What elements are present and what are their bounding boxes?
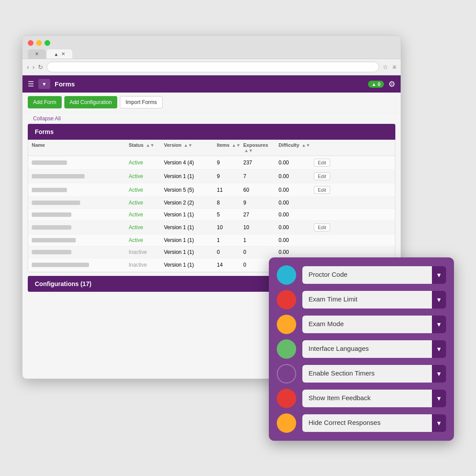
overlay-panel: Proctor Code ▼ Exam Time Limit ▼ Exam Mo… (269, 257, 454, 441)
add-configuration-button[interactable]: Add Configuration (64, 96, 117, 108)
proctor-code-dropdown-group[interactable]: Proctor Code ▼ (302, 266, 446, 284)
version-cell: Version 4 (4) (164, 160, 217, 166)
exam-time-limit-dropdown-main: Exam Time Limit (302, 291, 432, 309)
browser-tabs: ✕ ▲ ✕ (28, 49, 395, 59)
dropdown-label: ▾ (43, 81, 46, 87)
exposures-cell: 1 (243, 237, 279, 243)
status-cell: Active (129, 212, 164, 218)
hide-correct-responses-dropdown-main: Hide Correct Responses (302, 414, 432, 432)
col-header-version: Version ▲▼ (164, 142, 217, 153)
dot-green[interactable] (45, 40, 50, 46)
interface-languages-dot (277, 339, 296, 359)
address-bar[interactable] (47, 62, 379, 72)
forms-table: Name Status ▲▼ Version ▲▼ Items ▲▼ Expos… (28, 140, 395, 272)
version-cell: Version 1 (1) (164, 224, 217, 231)
table-row: Active Version 5 (5) 11 60 0.00 Edit (28, 183, 395, 197)
exposures-cell: 7 (243, 173, 279, 179)
col-header-name: Name (32, 142, 129, 153)
dot-red[interactable] (28, 40, 33, 46)
col-header-status: Status ▲▼ (129, 142, 164, 153)
overlay-row-interface-languages: Interface Languages ▼ (277, 339, 446, 359)
difficulty-cell: 0.00 (279, 173, 314, 179)
user-settings-icon[interactable]: ⚙ (388, 79, 395, 89)
edit-button[interactable]: Edit (314, 172, 330, 180)
overlay-row-proctor-code: Proctor Code ▼ (277, 265, 446, 285)
dot-yellow[interactable] (36, 40, 42, 46)
browser-toolbar: ‹ › ↻ ☆ ≡ (22, 59, 401, 75)
show-item-feedback-dropdown-arrow[interactable]: ▼ (432, 390, 446, 407)
hide-correct-responses-dropdown-group[interactable]: Hide Correct Responses ▼ (302, 414, 446, 432)
show-item-feedback-dropdown-group[interactable]: Show Item Feedback ▼ (302, 390, 446, 407)
exposures-cell: 60 (243, 187, 279, 193)
back-button[interactable]: ‹ (27, 63, 29, 71)
import-forms-button[interactable]: Import Forms (120, 96, 163, 108)
reload-button[interactable]: ↻ (38, 63, 43, 71)
table-row: Inactive Version 1 (1) 0 0 0.00 (28, 246, 395, 258)
col-header-exposures: Exposures ▲▼ (243, 142, 279, 153)
exam-mode-dot (277, 315, 296, 334)
exam-time-limit-dropdown-arrow[interactable]: ▼ (432, 291, 446, 309)
tab-close-icon: ✕ (35, 51, 39, 57)
col-header-items: Items ▲▼ (217, 142, 243, 153)
difficulty-cell: 0.00 (279, 187, 314, 193)
exam-mode-dropdown-main: Exam Mode (302, 316, 432, 333)
overlay-row-exam-time-limit: Exam Time Limit ▼ (277, 290, 446, 309)
items-cell: 9 (217, 173, 243, 179)
version-cell: Version 1 (1) (164, 212, 217, 218)
enable-section-timers-dropdown-main: Enable Section Timers (302, 365, 432, 383)
exam-mode-dropdown-group[interactable]: Exam Mode ▼ (302, 316, 446, 333)
edit-button[interactable]: Edit (314, 159, 330, 167)
overlay-row-enable-section-timers: Enable Section Timers ▼ (277, 364, 446, 383)
version-cell: Version 1 (1) (164, 249, 217, 255)
enable-section-timers-dropdown-arrow[interactable]: ▼ (432, 365, 446, 383)
difficulty-cell: 0.00 (279, 200, 314, 206)
difficulty-cell: 0.00 (279, 237, 314, 243)
items-cell: 5 (217, 212, 243, 218)
enable-section-timers-dropdown-group[interactable]: Enable Section Timers ▼ (302, 365, 446, 383)
edit-button[interactable]: Edit (314, 223, 330, 231)
browser-tab-active[interactable]: ▲ ✕ (47, 49, 72, 59)
add-form-button[interactable]: Add Form (28, 96, 62, 108)
exam-mode-dropdown-arrow[interactable]: ▼ (432, 316, 446, 333)
browser-tab-inactive[interactable]: ✕ (28, 49, 46, 59)
forms-section-header: Forms (28, 124, 395, 140)
browser-dots (28, 40, 395, 46)
header-title: Forms (55, 80, 75, 88)
action-bar: Add Form Add Configuration Import Forms (22, 93, 401, 112)
items-cell: 11 (217, 187, 243, 193)
exposures-cell: 10 (243, 224, 279, 231)
items-cell: 10 (217, 224, 243, 231)
table-row: Active Version 1 (1) 1 1 0.00 (28, 234, 395, 246)
exposures-cell: 27 (243, 212, 279, 218)
status-cell: Active (129, 173, 164, 179)
version-cell: Version 1 (1) (164, 173, 217, 179)
hamburger-icon[interactable]: ☰ (28, 80, 34, 88)
app-header: ☰ ▾ Forms ▲ 0 ⚙ (22, 75, 401, 93)
interface-languages-dropdown-arrow[interactable]: ▼ (432, 340, 446, 358)
items-cell: 1 (217, 237, 243, 243)
status-cell: Inactive (129, 249, 164, 255)
status-cell: Inactive (129, 262, 164, 268)
star-icon[interactable]: ☆ (383, 63, 388, 71)
menu-icon[interactable]: ≡ (393, 63, 396, 71)
difficulty-cell: 0.00 (279, 212, 314, 218)
exposures-cell: 237 (243, 160, 279, 166)
overlay-row-exam-mode: Exam Mode ▼ (277, 315, 446, 334)
interface-languages-dropdown-group[interactable]: Interface Languages ▼ (302, 340, 446, 358)
version-cell: Version 2 (2) (164, 200, 217, 206)
items-cell: 14 (217, 262, 243, 268)
status-cell: Active (129, 160, 164, 166)
hide-correct-responses-dot (277, 413, 296, 433)
hide-correct-responses-dropdown-arrow[interactable]: ▼ (432, 414, 446, 432)
collapse-all-link[interactable]: Collapse All (28, 113, 66, 124)
proctor-code-dropdown-arrow[interactable]: ▼ (432, 266, 446, 284)
table-row: Active Version 1 (1) 10 10 0.00 Edit (28, 221, 395, 234)
forward-button[interactable]: › (33, 63, 35, 71)
toolbar-icons: ☆ ≡ (383, 63, 396, 71)
edit-button[interactable]: Edit (314, 186, 330, 194)
status-cell: Active (129, 224, 164, 231)
scene: ✕ ▲ ✕ ‹ › ↻ ☆ ≡ ☰ ▾ Forms (22, 35, 454, 441)
exam-time-limit-dropdown-group[interactable]: Exam Time Limit ▼ (302, 291, 446, 309)
header-dropdown[interactable]: ▾ (38, 79, 50, 89)
status-cell: Active (129, 200, 164, 206)
